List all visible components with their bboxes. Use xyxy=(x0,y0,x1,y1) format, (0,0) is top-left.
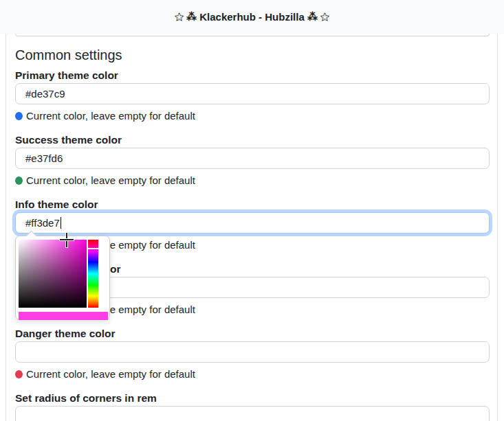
selected-color-swatch xyxy=(19,312,108,320)
scrolled-input-partial[interactable] xyxy=(15,34,490,36)
field-info-theme-color: Info theme color #ff3de7 Current color, … xyxy=(15,198,490,252)
helper-text: Current color, leave empty for default xyxy=(26,174,195,186)
field-success-theme-color: Success theme color #e37fd6 Current colo… xyxy=(15,133,490,187)
current-color-dot xyxy=(15,112,23,120)
field-label: Info theme color xyxy=(15,198,490,212)
input-value: #ff3de7 xyxy=(25,217,60,229)
settings-panel: Common settings Primary theme color #de3… xyxy=(6,34,498,421)
page-header: ✩ ⁂ Klackerhub - Hubzilla ⁂ ✩ xyxy=(0,0,504,34)
helper-text: Current color, leave empty for default xyxy=(26,110,195,122)
color-picker-popup xyxy=(15,236,110,320)
current-color-dot xyxy=(15,370,23,378)
helper-row: Current color, leave empty for default xyxy=(15,109,490,123)
corner-radius-input[interactable] xyxy=(15,406,490,421)
helper-row: Current color, leave empty for default xyxy=(15,173,490,187)
field-danger-theme-color: Danger theme color Current color, leave … xyxy=(15,327,490,381)
input-value: #e37fd6 xyxy=(25,152,63,164)
hue-slider-marker[interactable] xyxy=(88,248,98,249)
field-label: Danger theme color xyxy=(15,327,490,341)
helper-text: Current color, leave empty for default xyxy=(26,368,195,380)
primary-color-input[interactable]: #de37c9 xyxy=(15,83,490,104)
page-title: ✩ ⁂ Klackerhub - Hubzilla ⁂ ✩ xyxy=(175,11,329,23)
field-label: Primary theme color xyxy=(15,69,490,82)
picker-crosshair[interactable] xyxy=(60,239,74,240)
helper-row: Current color, leave empty for default xyxy=(15,367,490,381)
danger-color-input[interactable] xyxy=(15,341,490,363)
success-color-input[interactable]: #e37fd6 xyxy=(15,148,490,169)
info-color-input[interactable]: #ff3de7 xyxy=(15,212,490,234)
section-heading: Common settings xyxy=(15,45,490,65)
field-label: Set radius of corners in rem xyxy=(15,391,490,405)
text-cursor xyxy=(61,217,61,229)
field-label: Success theme color xyxy=(15,133,490,147)
hue-slider[interactable] xyxy=(88,240,98,308)
field-corner-radius: Set radius of corners in rem xyxy=(15,391,490,421)
current-color-dot xyxy=(15,177,23,185)
field-primary-theme-color: Primary theme color #de37c9 Current colo… xyxy=(15,69,490,123)
input-value: #de37c9 xyxy=(25,88,65,100)
saturation-field[interactable] xyxy=(19,240,87,308)
